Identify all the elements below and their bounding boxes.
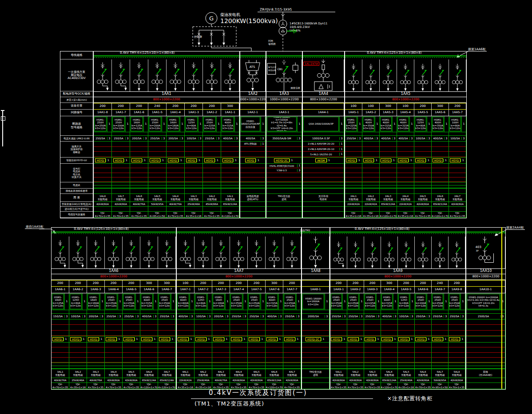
cable-spec-cell: YJV-4×70+1×35 (52, 383, 69, 389)
purpose-cell: 2AL4 至配电箱 (397, 194, 414, 202)
feeder-schematic (283, 237, 301, 268)
breaker-spec: HSM1-125HIn=80AIr3=12In (195, 294, 207, 309)
circuit-id-cell: 1AA1-2 (203, 110, 221, 116)
component-row-block (266, 363, 283, 369)
circuit-id-cell: 1AA7-2 (195, 287, 212, 293)
load-cell (303, 202, 344, 207)
busbar-row: 0.4kV TMY-4×(125×10)+1×(80×8) (52, 228, 176, 237)
quantity: 1 (190, 293, 194, 310)
meter-cell: HSYD1 (449, 158, 466, 164)
purpose-cell: 4AL5 至配电箱 (248, 369, 266, 378)
circuit-id-cell: 1AA9-1 (330, 287, 347, 293)
feeder-schematic (432, 59, 449, 91)
note-row (240, 189, 266, 194)
breaker-spec-cell: HSM1-400HIn=350AIr3=12In1 (362, 116, 380, 132)
spare-row (380, 132, 397, 136)
breaker-spec: HSM1-250HIn=225AIr3=12In (203, 117, 216, 131)
spare-row (248, 310, 266, 314)
quantity: 1 (234, 116, 239, 132)
meter-cell: HSYD1 (94, 158, 112, 164)
quantity: 3 (261, 137, 265, 140)
cable-spec-cell: YJV-4×120+1×70 (266, 383, 283, 389)
quantity: 1 (180, 116, 184, 132)
purpose-cell: TM1变压器 进线 (266, 194, 302, 202)
breaker-spec-cell: HSM1-160HIn=160AIr3=12In1 (167, 116, 185, 132)
load-cell: 42kW/80A (230, 378, 248, 383)
note-row (414, 189, 432, 194)
quantity: 1 (224, 338, 229, 341)
quantity: 1 (443, 338, 448, 341)
quantity: 1 (170, 338, 175, 341)
purpose-cell: 1AL6 至配电箱 (130, 194, 148, 202)
purpose-cell: 2AL5 至配电箱 (414, 194, 432, 202)
breaker-spec: HSM1-160HIn=160AIr3=12In (87, 294, 99, 309)
hv-cable-label: ZR-YJV-8.7/15-3X95 (260, 8, 292, 12)
cabinet-1AA9: 0.4kV TMY-4×(125×10)+1×(80×8) (330, 227, 466, 390)
load-cell: 40kW/76A (130, 202, 148, 207)
circuit-id-cell: 1AA9-6 (415, 287, 432, 293)
component-row-block (266, 182, 302, 189)
component-row-block (105, 343, 123, 363)
load-cell: 25kW/48A (398, 378, 415, 383)
component-row-block (185, 164, 203, 182)
quantity: 3 (162, 137, 166, 140)
cable-spec-cell: YJV-4×70+1×35 (364, 383, 381, 389)
breaker-spec: HSM1-400HIn=350AIr3=12In (363, 117, 374, 131)
feeder-schematic (449, 237, 465, 268)
busbar-line (94, 55, 239, 56)
quantity: 1 (135, 338, 139, 341)
meter-cell: HSYD1 (283, 336, 301, 343)
breaker-spec: HSM1-125HIn=80AIr3=12In (415, 117, 426, 131)
busbar-spec-label: 0.4kV TMY-4×(125×10)+1×(80×8) (367, 51, 421, 55)
cable-spec-cell: YJV-4×35+1×16 (398, 383, 415, 389)
title-block: 0.4kV一次系统及订货图(一) (TM1、TM2变压器系统) (191, 389, 373, 408)
breaker-spec: HSM1-400HIn=315AIr3=12In (380, 117, 392, 131)
purpose-cell: 5AL6 至配电箱 (415, 369, 432, 378)
breaker-spec-cell: HSM1-250HIn=225AIr3=12In1 (364, 293, 381, 310)
capacity-cell: 200 (112, 103, 130, 110)
circuit-id-cell: 1AA2-1 (240, 110, 266, 116)
quantity: 1 (461, 116, 466, 132)
component-row-block (112, 164, 130, 182)
cable-spec-cell: YJV-4×95+1×50 (432, 383, 449, 389)
component-row-block (266, 343, 283, 363)
feeder-schematic: 4033P (466, 237, 505, 268)
breaker-spec-cell: HSM1-400HIn=315AIr3=12In1 (140, 293, 158, 310)
ct-spec-cell: 100/5A3 (398, 314, 415, 319)
busbar-row (466, 228, 505, 237)
purpose-cell: 4AL6 至配电箱 (266, 369, 283, 378)
component-row-block (130, 182, 148, 189)
component-row-block (112, 182, 130, 189)
quantity: 1 (107, 116, 111, 132)
ct-spec-cell: 200/5A3 (167, 136, 185, 142)
busbar-line (345, 55, 466, 56)
note-row (112, 189, 130, 194)
busbar-row (266, 51, 302, 59)
feeder-schematic (69, 237, 87, 268)
cabinet-dimensions: 800×1000×2200 (466, 274, 505, 280)
row-label: 断路器 型号规格 (60, 116, 93, 136)
ct-spec-cell: 250/5A3 (330, 314, 347, 319)
cable-spec-cell: YJV-4×35+1×16 (195, 383, 212, 389)
row-label: 用 途 (60, 194, 93, 202)
purpose-cell: 4AL2 至配电箱 (195, 369, 212, 378)
component-row-block (87, 363, 105, 369)
purpose-cell: 3AL2 至配电箱 (69, 369, 87, 378)
capacity-cell: 200 (69, 280, 87, 287)
load-cell: 42kW/80A (112, 202, 130, 207)
component-row-block (185, 182, 203, 189)
busbar-row: 0.4kV TMY-4×(125×10)+1×(80×8) (345, 51, 466, 59)
feeder-schematic (148, 59, 167, 91)
note-row (130, 189, 148, 194)
quantity: 1 (206, 338, 211, 341)
cable-spec-cell: YJV-4×95+1×50 (148, 212, 167, 218)
ct-spec-cell: 200/5A3 (87, 314, 105, 319)
spare-row (414, 132, 432, 136)
quantity: 1 (216, 116, 221, 132)
breaker-spec: HSM1-160HIn=125AIr3=12In (131, 117, 143, 131)
circuit-id-cell: 1AA9-8 (449, 287, 465, 293)
cabinet-dimensions: 1000×1000×2200 (240, 97, 266, 103)
quantity: 1 (357, 159, 361, 162)
feeder-schematic (414, 59, 432, 91)
load-cell: 42kW/80A (123, 378, 140, 383)
